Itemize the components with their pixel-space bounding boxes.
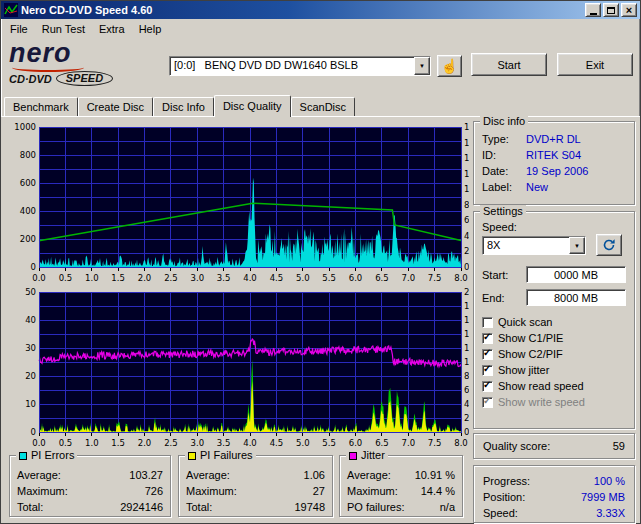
app-icon [4, 3, 18, 17]
field-label: Progress: [483, 475, 530, 487]
svg-text:5.0: 5.0 [296, 273, 310, 283]
disc-type-row: Type: DVD+R DL [474, 131, 634, 147]
stat-label: Maximum: [17, 485, 68, 497]
stat-value: 103.27 [129, 469, 163, 481]
tab-create-disc[interactable]: Create Disc [78, 97, 153, 116]
tab-disc-quality[interactable]: Disc Quality [214, 95, 291, 117]
svg-text:0: 0 [464, 262, 469, 272]
stat-label: Total: [186, 501, 212, 513]
dropdown-arrow-icon[interactable]: ▼ [414, 57, 430, 75]
jitter-legend-square [349, 452, 357, 460]
checkbox-show-read-speed[interactable]: Show read speed [482, 378, 630, 394]
field-label: Speed: [483, 507, 518, 519]
jitter-maximum-row: Maximum: 14.4 % [340, 483, 462, 499]
status-panel: Progress: 100 % Position: 7999 MB Speed:… [473, 465, 635, 523]
tab-disc-info[interactable]: Disc Info [153, 97, 214, 116]
svg-text:4.5: 4.5 [270, 273, 284, 283]
start-position-field[interactable]: 0000 MB [526, 266, 626, 283]
pi-errors-title: PI Errors [31, 449, 74, 462]
nero-logo: nero CD·DVD SPEED [9, 40, 164, 92]
checkbox-box[interactable] [482, 333, 493, 344]
svg-text:5.0: 5.0 [296, 438, 310, 448]
svg-text:2.0: 2.0 [138, 273, 152, 283]
svg-text:14: 14 [464, 153, 469, 163]
nero-logo-text: nero [9, 40, 164, 66]
start-label: Start: [482, 269, 508, 281]
position-value: 7999 MB [581, 491, 625, 503]
tab-benchmark[interactable]: Benchmark [4, 97, 78, 116]
maximize-button[interactable] [603, 3, 619, 17]
checkbox-box[interactable] [482, 349, 493, 360]
svg-text:4.0: 4.0 [243, 438, 257, 448]
pi-failures-legend-square [188, 452, 196, 460]
checkbox-quick-scan[interactable]: Quick scan [482, 314, 630, 330]
svg-text:4: 4 [464, 399, 469, 409]
svg-text:8.0: 8.0 [454, 273, 468, 283]
checkbox-label: Show jitter [498, 364, 549, 376]
disc-type-value: DVD+R DL [526, 133, 581, 145]
close-icon: × [626, 5, 632, 15]
svg-text:7.5: 7.5 [428, 438, 442, 448]
checkbox-show-c2-pif[interactable]: Show C2/PIF [482, 346, 630, 362]
menu-file[interactable]: File [3, 21, 35, 37]
checkbox-show-write-speed[interactable]: Show write speed [482, 394, 630, 410]
refresh-speeds-button[interactable] [596, 234, 622, 256]
pi-failures-total-row: Total: 19748 [179, 499, 332, 515]
drive-selector[interactable]: [0:0] BENQ DVD DD DW1640 BSLB ▼ [169, 56, 431, 76]
app-window: Nero CD-DVD Speed 4.60 × File Run Test E… [0, 0, 641, 524]
media-info-button[interactable]: ☝ [437, 55, 462, 77]
menu-help[interactable]: Help [132, 21, 169, 37]
pi-failures-panel: PI Failures Average: 1.06 Maximum: 27 To… [178, 455, 333, 517]
progress-value: 100 % [594, 475, 625, 487]
svg-text:18: 18 [464, 301, 469, 311]
title-bar[interactable]: Nero CD-DVD Speed 4.60 × [1, 1, 640, 19]
checkbox-show-c1-pie[interactable]: Show C1/PIE [482, 330, 630, 346]
speed-select[interactable]: 8X ▼ [482, 236, 586, 255]
menu-extra[interactable]: Extra [92, 21, 132, 37]
end-position-field[interactable]: 8000 MB [526, 289, 626, 306]
dropdown-arrow-icon[interactable]: ▼ [569, 237, 585, 254]
svg-text:8.0: 8.0 [454, 438, 468, 448]
start-button[interactable]: Start [471, 53, 547, 76]
checkbox-box[interactable] [482, 381, 493, 392]
pi-errors-panel-title: PI Errors [16, 449, 77, 462]
checkbox-show-jitter[interactable]: Show jitter [482, 362, 630, 378]
minimize-button[interactable] [585, 3, 601, 17]
pi-failures-panel-title: PI Failures [185, 449, 256, 462]
settings-checkbox-list: Quick scan Show C1/PIE Show C2/PIF Show … [482, 314, 630, 410]
disc-label-value: New [526, 181, 548, 193]
svg-text:16: 16 [464, 138, 469, 148]
svg-text:50: 50 [25, 288, 36, 297]
stat-value: 726 [145, 485, 163, 497]
pi-failures-jitter-chart: 50403020100201816141210864200.00.51.01.5… [5, 288, 469, 448]
nero-logo-subtitle: CD·DVD SPEED [9, 71, 164, 86]
stat-label: Maximum: [186, 485, 237, 497]
pi-errors-average-row: Average: 103.27 [10, 467, 170, 483]
svg-text:1.0: 1.0 [85, 273, 99, 283]
stat-label: Average: [17, 469, 61, 481]
exit-button[interactable]: Exit [557, 53, 633, 76]
nero-logo-swoosh-icon [12, 63, 84, 72]
checkbox-box[interactable] [482, 397, 493, 408]
svg-text:6.0: 6.0 [349, 438, 363, 448]
svg-text:3.5: 3.5 [217, 438, 231, 448]
stat-value: 1.06 [304, 469, 325, 481]
close-button[interactable]: × [621, 3, 637, 17]
checkbox-box[interactable] [482, 317, 493, 328]
window-title: Nero CD-DVD Speed 4.60 [21, 4, 582, 16]
svg-text:4.0: 4.0 [243, 273, 257, 283]
svg-text:4: 4 [464, 231, 469, 241]
menu-run-test[interactable]: Run Test [35, 21, 92, 37]
status-progress: Progress: 100 % [474, 473, 634, 489]
svg-text:400: 400 [20, 206, 36, 216]
tab-scandisc[interactable]: ScanDisc [291, 97, 355, 116]
svg-text:10: 10 [464, 357, 469, 367]
pi-failures-maximum-row: Maximum: 27 [179, 483, 332, 499]
disc-id-value: RITEK S04 [526, 149, 581, 161]
checkbox-box[interactable] [482, 365, 493, 376]
svg-text:0: 0 [31, 427, 36, 437]
jitter-title: Jitter [361, 449, 385, 462]
speed-select-value: 8X [483, 237, 569, 254]
svg-text:1.5: 1.5 [111, 438, 125, 448]
checkbox-label: Show C1/PIE [498, 332, 563, 344]
